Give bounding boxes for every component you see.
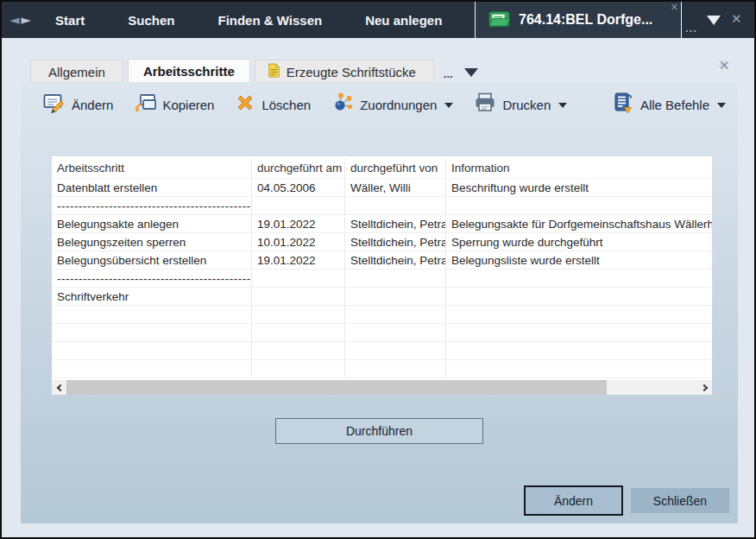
tab-list-dropdown-icon[interactable] [707, 16, 721, 25]
loeschen-toolbar-button[interactable]: Löschen [235, 92, 311, 117]
scroll-left-button[interactable] [52, 380, 66, 395]
cell-arbeitsschritt: Belegungsübersicht erstellen [52, 251, 252, 269]
kopieren-toolbar-button[interactable]: Kopieren [134, 92, 214, 117]
table-row[interactable]: Belegungsakte anlegen 19.01.2022 Stelltd… [52, 215, 712, 233]
cell-person: Wäller, Willi [345, 179, 446, 196]
cell-information: Belegungsliste wurde erstellt [446, 251, 712, 269]
zuordnungen-toolbar-button[interactable]: Zuordnungen [331, 92, 453, 117]
document-tab[interactable]: 764.14:BEL Dorfge... ✕ [475, 2, 682, 38]
tab-erzeugte-schriftstuecke[interactable]: Erzeugte Schriftstücke [255, 60, 434, 83]
window-close-icon[interactable]: ✕ [731, 11, 742, 27]
horizontal-scrollbar[interactable] [52, 380, 712, 395]
cell-person: Stelltdichein, Petra [345, 215, 446, 232]
cell-empty [252, 324, 345, 341]
tab-allgemein[interactable]: Allgemein [30, 60, 123, 83]
tab-overflow-ellipsis[interactable]: ... [685, 22, 697, 35]
dropdown-caret-icon [444, 103, 453, 108]
document-tab-close-icon[interactable]: ✕ [671, 2, 678, 13]
column-header-durchgefuehrt-von[interactable]: durchgeführt von [345, 158, 446, 178]
cell-empty [446, 306, 712, 323]
separator-dashes: ----------------------------------------… [52, 270, 252, 287]
toolbar-label: Alle Befehle [640, 98, 709, 112]
assignments-icon [331, 92, 354, 117]
cell-person: Stelltdichein, Petra [345, 233, 446, 250]
menu-item-finden-wissen[interactable]: Finden & Wissen [217, 13, 322, 28]
cell-information [446, 288, 712, 305]
toolbar-label: Drucken [502, 98, 551, 112]
cell-empty [252, 342, 345, 359]
cell-person: Stelltdichein, Petra [345, 251, 446, 269]
cell-arbeitsschritt: Datenblatt erstellen [52, 179, 252, 196]
cell-empty [252, 197, 345, 214]
aendern-toolbar-button[interactable]: Ändern [43, 92, 113, 117]
cell-datum [252, 288, 345, 305]
green-folder-icon [488, 9, 511, 32]
column-header-information[interactable]: Information [446, 158, 712, 178]
menu-item-start[interactable]: Start [55, 13, 85, 28]
table-empty-row[interactable] [52, 306, 712, 324]
edit-icon [43, 92, 66, 117]
actions-toolbar: Ändern Kopieren [21, 88, 738, 121]
table-empty-row[interactable] [52, 360, 712, 378]
cell-arbeitsschritt: Schriftverkehr [52, 288, 252, 305]
cell-empty [52, 324, 252, 341]
cell-empty [252, 306, 345, 323]
scrollbar-track[interactable] [607, 380, 697, 395]
toolbar-label: Kopieren [162, 98, 214, 112]
table-row[interactable]: Belegungsübersicht erstellen 19.01.2022 … [52, 251, 712, 270]
aendern-button[interactable]: Ändern [524, 485, 623, 516]
menu-item-neu-anlegen[interactable]: Neu anlegen [365, 13, 442, 28]
durchfuehren-button[interactable]: Durchführen [275, 418, 483, 444]
yellow-document-icon [268, 63, 280, 80]
column-header-durchgefuehrt-am[interactable]: durchgeführt am [252, 158, 345, 178]
tab-arbeitsschritte[interactable]: Arbeitsschritte [128, 59, 250, 83]
table-separator-row: ----------------------------------------… [52, 197, 712, 215]
tabstrip-dropdown-icon[interactable] [464, 68, 478, 77]
detail-tabstrip: Allgemein Arbeitsschritte Erzeugte Schri… [30, 59, 478, 83]
back-arrow-icon[interactable]: ◄ [9, 14, 20, 27]
drucken-toolbar-button[interactable]: Drucken [474, 92, 567, 117]
cell-empty [345, 306, 446, 323]
menu-item-suchen[interactable]: Suchen [128, 13, 174, 28]
cell-empty [446, 270, 712, 287]
main-menu: Start Suchen Finden & Wissen Neu anlegen [55, 13, 442, 28]
tab-label: Arbeitsschritte [143, 64, 235, 79]
table-empty-row[interactable] [52, 324, 712, 342]
top-menu-bar: ◄ ► Start Suchen Finden & Wissen Neu anl… [2, 2, 754, 38]
column-header-arbeitsschritt[interactable]: Arbeitsschritt [52, 158, 252, 178]
tabstrip-overflow-ellipsis[interactable]: ... [444, 67, 453, 80]
separator-dashes: ----------------------------------------… [52, 197, 252, 214]
cell-empty [345, 197, 446, 214]
cell-empty [52, 360, 252, 377]
schliessen-button[interactable]: Schließen [631, 488, 729, 513]
table-row[interactable]: Datenblatt erstellen 04.05.2006 Wäller, … [52, 179, 712, 197]
chevron-left-icon [56, 384, 63, 390]
scrollbar-thumb[interactable] [66, 380, 607, 395]
cell-datum: 04.05.2006 [252, 179, 345, 196]
forward-arrow-icon[interactable]: ► [22, 14, 32, 27]
toolbar-label: Löschen [261, 98, 311, 112]
table-empty-row[interactable] [52, 342, 712, 360]
table-header-row: Arbeitsschritt durchgeführt am durchgefü… [52, 158, 712, 179]
cell-information: Belegungsakte für Dorfgemeinschaftshaus … [446, 215, 712, 232]
tab-label: Allgemein [48, 65, 105, 79]
cell-empty [252, 360, 345, 377]
cell-empty [446, 360, 712, 377]
alle-befehle-toolbar-button[interactable]: Alle Befehle [612, 92, 726, 117]
scroll-right-button[interactable] [697, 380, 712, 395]
history-nav: ◄ ► [9, 14, 31, 27]
chevron-right-icon [700, 384, 707, 390]
cell-person [345, 288, 446, 305]
panel-close-icon[interactable]: ✕ [719, 58, 730, 73]
arbeitsschritte-panel: Ändern Kopieren [21, 82, 738, 523]
table-row[interactable]: Schriftverkehr [52, 288, 712, 306]
cell-arbeitsschritt: Belegungszeiten sperren [52, 233, 252, 250]
table-row[interactable]: Belegungszeiten sperren 10.01.2022 Stell… [52, 233, 712, 251]
cell-empty [446, 342, 712, 359]
app-window: ◄ ► Start Suchen Finden & Wissen Neu anl… [0, 0, 756, 539]
toolbar-label: Zuordnungen [360, 98, 437, 112]
dropdown-caret-icon [717, 103, 726, 108]
arbeitsschritte-table: Arbeitsschritt durchgeführt am durchgefü… [52, 156, 712, 395]
cell-empty [345, 324, 446, 341]
delete-icon [235, 92, 255, 117]
